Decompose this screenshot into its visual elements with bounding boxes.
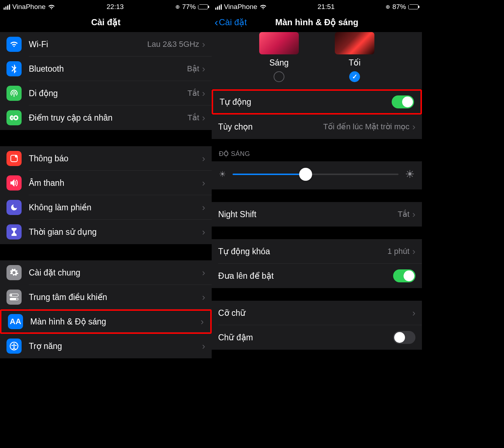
row-display-brightness[interactable]: AA Màn hình & Độ sáng › [0, 309, 212, 334]
chevron-right-icon: › [412, 209, 415, 220]
chevron-right-icon: › [412, 308, 415, 319]
chevron-right-icon: › [202, 178, 205, 189]
sun-small-icon: ☀ [219, 170, 226, 179]
display-brightness-screen: VinaPhone 21:51 ⊕ 87% ‹ Cài đặt Màn hình… [212, 0, 422, 448]
chevron-left-icon: ‹ [215, 17, 218, 28]
dual-screenshot-container: VinaPhone 22:13 ⊕ 77% Cài đặt Wi-Fi Lau [0, 0, 504, 448]
wifi-icon [48, 4, 55, 10]
appearance-light[interactable]: Sáng [259, 32, 299, 82]
nav-bar: Cài đặt [0, 12, 212, 32]
chevron-right-icon: › [202, 88, 205, 99]
row-label: Âm thanh [29, 178, 202, 188]
row-bold-text[interactable]: Chữ đậm [212, 325, 422, 350]
chevron-right-icon: › [412, 246, 415, 257]
wifi-icon [6, 37, 22, 52]
settings-root-screen: VinaPhone 22:13 ⊕ 77% Cài đặt Wi-Fi Lau [0, 0, 212, 448]
cellular-icon [6, 86, 22, 101]
chevron-right-icon: › [201, 316, 204, 327]
row-dnd[interactable]: Không làm phiền › [0, 195, 212, 220]
chevron-right-icon: › [202, 341, 205, 352]
wifi-icon [260, 4, 267, 10]
row-accessibility[interactable]: Trợ năng › [0, 334, 212, 358]
signal-icon [4, 4, 10, 10]
row-automatic[interactable]: Tự động [213, 91, 420, 113]
row-hotspot[interactable]: Điểm truy cập cá nhân Tắt › [0, 106, 212, 130]
hotspot-icon [6, 110, 22, 125]
moon-icon [6, 200, 22, 215]
clock: 22:13 [107, 3, 124, 11]
svg-point-5 [16, 298, 18, 300]
row-value: Lau 2&3 5GHz [147, 40, 199, 49]
automatic-highlight: Tự động [212, 89, 422, 115]
back-button[interactable]: ‹ Cài đặt [215, 17, 247, 28]
accessibility-icon [6, 339, 22, 354]
appearance-dark[interactable]: Tối [335, 32, 374, 82]
row-label: Trung tâm điều khiển [29, 292, 202, 302]
clock: 21:51 [318, 3, 335, 11]
signal-icon [215, 4, 222, 10]
row-screentime[interactable]: Thời gian sử dụng › [0, 220, 212, 244]
row-text-size[interactable]: Cỡ chữ › [212, 301, 422, 325]
toggle-icon [6, 290, 22, 305]
appearance-picker: Sáng Tối [212, 32, 422, 89]
battery-icon [198, 4, 208, 9]
svg-point-1 [15, 155, 18, 158]
row-label: Điểm truy cập cá nhân [29, 113, 188, 123]
svg-point-7 [13, 343, 15, 345]
row-label: Night Shift [218, 210, 398, 219]
raise-toggle[interactable] [393, 269, 415, 282]
row-label: Không làm phiền [29, 203, 202, 212]
status-bar: VinaPhone 21:51 ⊕ 87% [212, 0, 422, 12]
row-auto-lock[interactable]: Tự động khóa 1 phút › [212, 239, 422, 264]
row-raise-to-wake[interactable]: Đưa lên để bật [212, 264, 422, 288]
chevron-right-icon: › [202, 153, 205, 164]
brightness-header: ĐỘ SÁNG [212, 139, 422, 161]
bold-text-toggle[interactable] [393, 331, 415, 344]
battery-percent: 87% [392, 3, 406, 11]
chevron-right-icon: › [202, 39, 205, 50]
row-cellular[interactable]: Di động Tắt › [0, 81, 212, 106]
row-control-center[interactable]: Trung tâm điều khiển › [0, 285, 212, 309]
dark-thumbnail [335, 32, 374, 54]
row-night-shift[interactable]: Night Shift Tắt › [212, 202, 422, 227]
chevron-right-icon: › [202, 202, 205, 213]
row-value: Tối đến lúc Mặt trời mọc [323, 122, 410, 131]
row-label: Bluetooth [29, 64, 187, 74]
row-label: Trợ năng [29, 341, 202, 351]
row-general[interactable]: Cài đặt chung › [0, 260, 212, 285]
row-label: Màn hình & Độ sáng [30, 317, 201, 327]
chevron-right-icon: › [202, 227, 205, 238]
row-notifications[interactable]: Thông báo › [0, 146, 212, 171]
row-value: 1 phút [387, 247, 409, 256]
row-label: Cỡ chữ [218, 308, 412, 318]
row-value: Tắt [398, 210, 410, 219]
carrier-label: VinaPhone [12, 3, 46, 11]
light-thumbnail [259, 32, 299, 54]
brightness-slider[interactable] [233, 174, 399, 175]
brightness-slider-row: ☀ ☀ [212, 161, 422, 189]
row-label: Tùy chọn [218, 122, 323, 132]
notifications-icon [6, 151, 22, 166]
chevron-right-icon: › [202, 292, 205, 303]
back-label: Cài đặt [219, 17, 247, 27]
chevron-right-icon: › [202, 112, 205, 124]
page-title: Cài đặt [91, 17, 121, 27]
rotation-lock-icon: ⊕ [386, 4, 390, 10]
carrier-label: VinaPhone [224, 3, 257, 11]
radio-unchecked-icon[interactable] [274, 71, 284, 82]
row-options[interactable]: Tùy chọn Tối đến lúc Mặt trời mọc › [212, 115, 422, 139]
row-sound[interactable]: Âm thanh › [0, 171, 212, 195]
automatic-toggle[interactable] [392, 95, 414, 108]
battery-percent: 77% [182, 3, 196, 11]
svg-point-3 [10, 294, 12, 296]
row-bluetooth[interactable]: Bluetooth Bật › [0, 57, 212, 81]
row-label: Wi-Fi [29, 40, 147, 49]
chevron-right-icon: › [412, 121, 415, 133]
gear-icon [6, 265, 22, 280]
row-wifi[interactable]: Wi-Fi Lau 2&3 5GHz › [0, 32, 212, 57]
battery-icon [408, 4, 418, 9]
rotation-lock-icon: ⊕ [175, 4, 180, 10]
row-label: Tự động khóa [218, 247, 387, 256]
radio-checked-icon[interactable] [349, 71, 360, 82]
status-bar: VinaPhone 22:13 ⊕ 77% [0, 0, 212, 12]
